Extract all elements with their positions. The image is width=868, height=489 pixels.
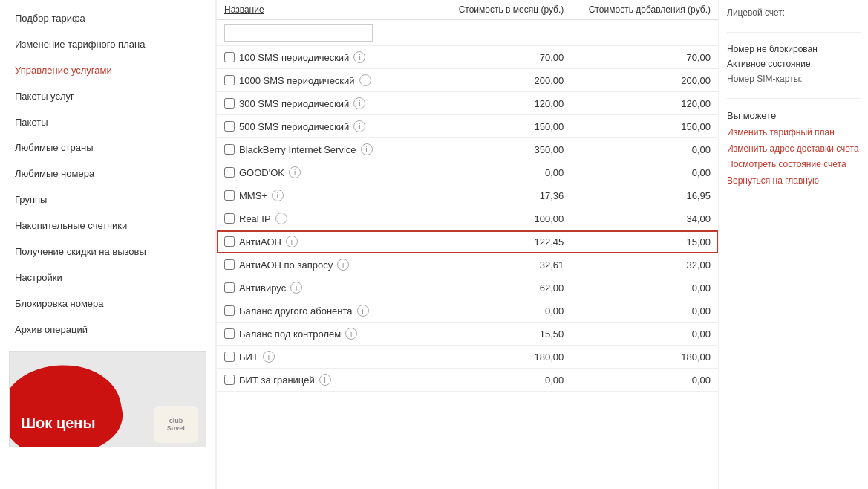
service-name-text: 100 SMS периодический <box>239 52 349 63</box>
monthly-cost: 122,45 <box>443 230 572 253</box>
promo-blob <box>9 355 128 447</box>
service-name-cell: 1000 SMS периодическийi <box>217 69 443 92</box>
info-icon[interactable]: i <box>357 305 369 317</box>
sidebar-item-service-packages[interactable]: Пакеты услуг <box>0 84 215 110</box>
table-row: MMS+i17,3616,95 <box>217 184 718 207</box>
filter-cell <box>217 20 718 46</box>
table-row: 1000 SMS периодическийi200,00200,00 <box>217 69 718 92</box>
service-checkbox[interactable] <box>224 305 235 316</box>
service-name-cell: Real IPi <box>217 207 443 230</box>
service-checkbox[interactable] <box>224 75 235 85</box>
table-row: 500 SMS периодическийi150,00150,00 <box>217 115 718 138</box>
sidebar-item-tariff-select[interactable]: Подбор тарифа <box>0 6 215 32</box>
service-name-text: 1000 SMS периодический <box>239 75 355 86</box>
status-active: Активное состояние <box>727 59 861 69</box>
info-icon[interactable]: i <box>345 328 357 340</box>
monthly-cost: 100,00 <box>443 207 572 230</box>
table-row: 100 SMS периодическийi70,0070,00 <box>217 46 718 69</box>
table-row: АнтиАОН по запросуi32,6132,00 <box>217 253 718 276</box>
service-checkbox[interactable] <box>224 282 235 293</box>
add-cost: 180,00 <box>571 346 718 369</box>
sidebar-item-packages[interactable]: Пакеты <box>0 110 215 136</box>
table-row: БИТi180,00180,00 <box>217 346 718 369</box>
add-cost: 0,00 <box>571 323 718 346</box>
service-checkbox[interactable] <box>224 121 235 132</box>
info-icon[interactable]: i <box>353 51 365 63</box>
sidebar-item-block-number[interactable]: Блокировка номера <box>0 291 215 317</box>
table-row: Баланс под контролемi15,500,00 <box>217 323 718 346</box>
right-link-change-tariff[interactable]: Изменить тарифный план <box>727 127 861 139</box>
info-icon[interactable]: i <box>289 166 301 178</box>
sim-label: Номер SIM-карты: <box>727 74 861 84</box>
monthly-cost: 0,00 <box>443 161 572 184</box>
sidebar-item-tariff-change[interactable]: Изменение тарифного плана <box>0 32 215 58</box>
promo-banner[interactable]: Шок цены clubSovet <box>9 351 206 447</box>
add-cost: 120,00 <box>571 92 718 115</box>
service-name-cell: GOOD'OKi <box>217 161 443 184</box>
add-cost: 70,00 <box>571 46 718 69</box>
you-can-title: Вы можете <box>727 110 861 121</box>
service-checkbox[interactable] <box>224 236 235 247</box>
service-checkbox[interactable] <box>224 352 235 362</box>
monthly-cost: 200,00 <box>443 69 572 92</box>
info-icon[interactable]: i <box>275 213 287 224</box>
service-name-cell: MMS+i <box>217 184 443 207</box>
add-cost: 34,00 <box>571 207 718 230</box>
info-icon[interactable]: i <box>361 143 373 155</box>
filter-input[interactable] <box>224 24 373 42</box>
info-icon[interactable]: i <box>290 282 302 294</box>
sidebar-item-call-discount[interactable]: Получение скидки на вызовы <box>0 239 215 265</box>
service-name-cell: Баланс другого абонентаi <box>217 299 443 323</box>
sidebar-item-archive[interactable]: Архив операций <box>0 317 215 343</box>
info-icon[interactable]: i <box>353 97 365 109</box>
info-icon[interactable]: i <box>319 374 331 386</box>
sidebar-item-groups[interactable]: Группы <box>0 187 215 213</box>
account-section: Лицевой счет: <box>727 7 861 33</box>
table-row: АнтиАОНi122,4515,00 <box>217 230 718 253</box>
col-name[interactable]: Название <box>217 0 443 20</box>
table-row: Антивирусi62,000,00 <box>217 276 718 299</box>
info-icon[interactable]: i <box>286 236 298 247</box>
monthly-cost: 120,00 <box>443 92 572 115</box>
sidebar-item-settings[interactable]: Настройки <box>0 265 215 291</box>
service-checkbox[interactable] <box>224 375 235 385</box>
service-checkbox[interactable] <box>224 213 235 224</box>
service-checkbox[interactable] <box>224 259 235 270</box>
service-name-cell: 300 SMS периодическийi <box>217 92 443 115</box>
service-name-text: АнтиАОН <box>239 236 281 247</box>
sidebar-item-services-manage[interactable]: Управление услугами <box>0 58 215 84</box>
sidebar: Подбор тарифаИзменение тарифного планаУп… <box>0 0 215 489</box>
service-name-text: GOOD'OK <box>239 167 284 178</box>
promo-text: Шок цены <box>21 414 95 432</box>
monthly-cost: 150,00 <box>443 115 572 138</box>
service-checkbox[interactable] <box>224 52 235 62</box>
service-name-cell: АнтиАОН по запросуi <box>217 253 443 276</box>
promo-logo: clubSovet <box>154 406 198 443</box>
service-name-cell: 500 SMS периодическийi <box>217 115 443 138</box>
info-icon[interactable]: i <box>359 74 371 86</box>
monthly-cost: 15,50 <box>443 323 572 346</box>
right-link-change-address[interactable]: Изменить адрес доставки счета <box>727 143 861 155</box>
service-checkbox[interactable] <box>224 190 235 201</box>
right-link-back-main[interactable]: Вернуться на главную <box>727 175 861 187</box>
info-icon[interactable]: i <box>272 190 284 201</box>
info-icon[interactable]: i <box>337 259 349 271</box>
service-checkbox[interactable] <box>224 328 235 339</box>
service-name-text: Баланс другого абонента <box>239 305 353 317</box>
info-icon[interactable]: i <box>353 120 365 132</box>
service-checkbox[interactable] <box>224 98 235 109</box>
sidebar-item-cumulative[interactable]: Накопительные счетчики <box>0 213 215 239</box>
sidebar-item-favorite-numbers[interactable]: Любимые номера <box>0 161 215 187</box>
col-monthly: Стоимость в месяц (руб.) <box>443 0 572 20</box>
table-row: Баланс другого абонентаi0,000,00 <box>217 299 718 323</box>
name-sort-link[interactable]: Название <box>224 4 264 15</box>
info-icon[interactable]: i <box>263 351 275 363</box>
service-checkbox[interactable] <box>224 167 235 178</box>
service-checkbox[interactable] <box>224 144 235 155</box>
right-link-view-account[interactable]: Посмотреть состояние счета <box>727 159 861 171</box>
add-cost: 200,00 <box>571 69 718 92</box>
monthly-cost: 0,00 <box>443 369 572 392</box>
main-content: Название Стоимость в месяц (руб.) Стоимо… <box>217 0 718 489</box>
table-row: Real IPi100,0034,00 <box>217 207 718 230</box>
sidebar-item-favorite-countries[interactable]: Любимые страны <box>0 135 215 161</box>
